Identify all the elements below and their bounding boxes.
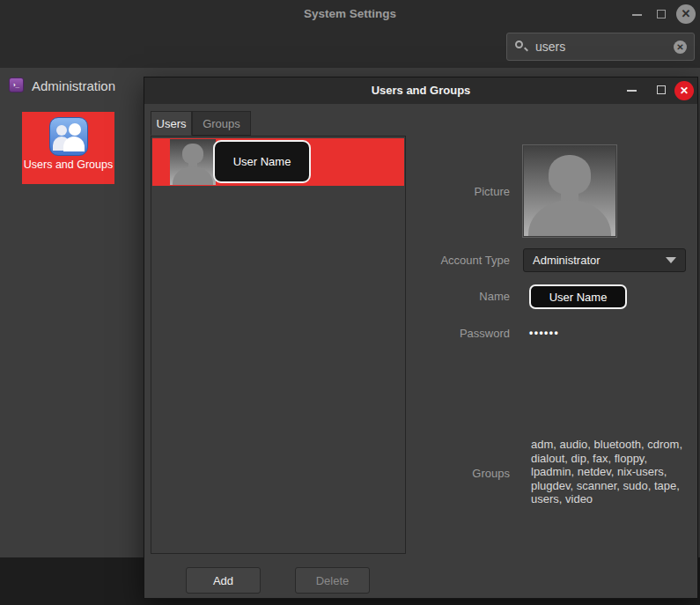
delete-button[interactable]: Delete [295,567,370,594]
maximize-icon [657,85,666,94]
dialog-minimize-button[interactable] [623,83,639,99]
user-list: User Name [151,136,406,554]
search-icon [514,40,528,54]
user-list-row[interactable]: User Name [152,138,404,186]
name-label: Name [373,290,510,303]
minimize-icon [632,14,642,16]
account-type-label: Account Type [373,254,510,267]
close-button[interactable]: ✕ [676,4,696,24]
dialog-close-button[interactable]: ✕ [674,81,694,100]
close-icon: ✕ [676,4,696,24]
search-value: users [535,40,674,54]
tab-groups[interactable]: Groups [192,111,251,136]
password-label: Password [373,327,510,340]
password-button[interactable]: •••••• [529,327,559,339]
groups-button[interactable]: adm, audio, bluetooth, cdrom, dialout, d… [531,438,682,506]
account-type-value: Administrator [533,254,666,267]
users-groups-icon [49,117,88,156]
sidebar-item-users-and-groups[interactable]: Users and Groups [22,112,114,184]
chevron-down-icon [666,257,676,263]
add-button[interactable]: Add [186,567,261,594]
minimize-icon [627,90,637,92]
picture-label: Picture [373,185,510,198]
dialog-titlebar: Users and Groups ✕ [144,77,697,104]
maximize-icon [657,10,666,18]
avatar-image [524,146,615,236]
minimize-button[interactable] [629,7,645,23]
groups-label: Groups [373,467,510,480]
tab-users[interactable]: Users [151,111,192,136]
window-title: System Settings [0,7,700,20]
picture-button[interactable] [522,144,617,238]
name-button[interactable]: User Name [529,284,627,309]
dialog-maximize-button[interactable] [653,82,669,98]
close-icon: ✕ [674,81,694,100]
sidebar-section-administration: Administration [32,78,115,93]
maximize-button[interactable] [653,6,669,22]
search-input[interactable]: users ✕ [506,33,695,61]
users-and-groups-dialog: Users and Groups ✕ Users Groups User Nam… [144,77,698,599]
sidebar-item-label: Users and Groups [22,159,114,171]
clear-search-icon[interactable]: ✕ [674,41,687,54]
system-settings-header: System Settings ✕ users ✕ [0,0,700,68]
account-type-select[interactable]: Administrator [523,248,686,272]
administration-icon: ›_ [9,77,24,92]
dialog-title: Users and Groups [144,84,697,97]
user-name-inline-edit[interactable]: User Name [213,140,311,183]
user-avatar[interactable] [170,139,216,185]
